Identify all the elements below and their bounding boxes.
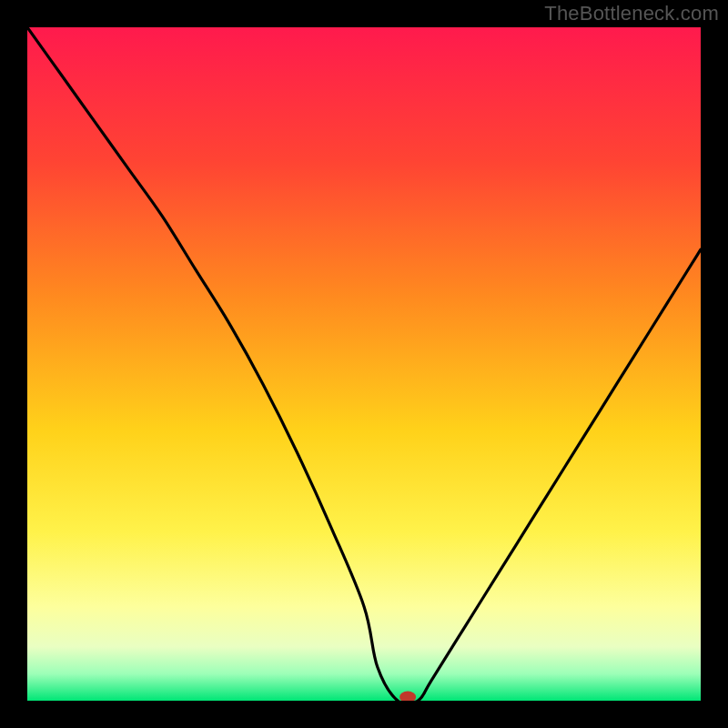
chart-frame: TheBottleneck.com xyxy=(0,0,728,728)
watermark-label: TheBottleneck.com xyxy=(544,2,719,25)
gradient-rect xyxy=(27,27,701,701)
plot-svg xyxy=(27,27,701,701)
plot-area xyxy=(27,27,701,701)
